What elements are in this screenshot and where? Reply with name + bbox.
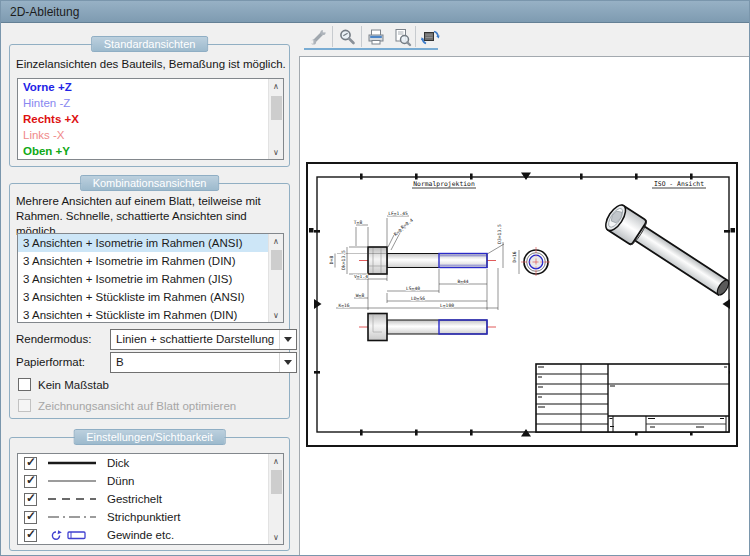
scroll-down-icon[interactable]: ∨ — [269, 308, 283, 322]
kein-massstab-label: Kein Maßstab — [38, 378, 109, 392]
scroll-up-icon[interactable]: ∧ — [269, 234, 283, 248]
list-item[interactable]: 3 Ansichten + Isometrie im Rahmen (DIN) — [18, 252, 283, 270]
kein-massstab-checkbox[interactable] — [18, 378, 31, 391]
scroll-down-icon[interactable]: ∨ — [269, 530, 283, 544]
title-bar: 2D-Ableitung — [1, 1, 749, 23]
printer-icon — [366, 27, 386, 47]
list-item[interactable]: Rechts +X — [18, 111, 283, 127]
group-header: Standardansichten — [91, 36, 209, 52]
dimension-label: LS=40 — [406, 286, 420, 291]
visibility-row: Gestrichelt — [18, 490, 283, 508]
thread-symbols-icon — [46, 529, 98, 541]
scrollbar-thumb[interactable] — [271, 470, 282, 494]
window-title: 2D-Ableitung — [10, 1, 79, 23]
dimension-label: K=16 — [338, 303, 349, 308]
visibility-label: Dünn — [107, 475, 135, 487]
scrollbar-thumb[interactable] — [271, 96, 282, 120]
chevron-down-icon[interactable] — [279, 330, 296, 349]
print-preview-icon — [392, 27, 412, 47]
group-kombinationsansichten: Kombinationsansichten Mehrere Ansichten … — [9, 183, 290, 419]
thick-line-icon — [46, 459, 98, 467]
list-item[interactable]: 3 Ansichten + Stückliste im Rahmen (ANSI… — [18, 288, 283, 306]
wrench-icon — [308, 27, 328, 47]
list-item[interactable]: 3 Ansichten + Stückliste im Rahmen (DIN) — [18, 306, 283, 323]
dimension-label: Dk=13.5 — [341, 250, 346, 270]
rendermodus-label: Rendermodus: — [16, 332, 91, 347]
group-standardansichten: Standardansichten Einzelansichten des Ba… — [9, 44, 290, 167]
rendermodus-combobox[interactable]: Linien + schattierte Darstellung — [110, 329, 297, 350]
dimension-label: D=16 — [512, 251, 517, 262]
group-header: Einstellungen/Sichtbarkeit — [73, 429, 226, 445]
drawing-sheet: Normalprojektion ISO - Ansicht — [306, 162, 738, 447]
group-description: Einzelansichten des Bauteils, Bemaßung i… — [16, 57, 286, 72]
duenn-checkbox[interactable] — [24, 475, 37, 488]
scrollbar[interactable]: ∧ ∨ — [268, 79, 283, 159]
scroll-up-icon[interactable]: ∧ — [269, 454, 283, 468]
refresh-preview-icon — [420, 27, 440, 47]
refresh-preview-button[interactable] — [417, 24, 443, 49]
settings-button[interactable] — [305, 24, 331, 49]
scrollbar-thumb[interactable] — [271, 250, 282, 270]
visibility-row: Dick — [18, 454, 283, 472]
optimieren-checkbox-disabled — [18, 399, 31, 412]
optimieren-label: Zeichnungsansicht auf Blatt optimieren — [38, 399, 236, 413]
dimension-label: V=1.4 — [354, 274, 368, 279]
dashed-line-icon — [46, 495, 98, 503]
dialog-window: 2D-Ableitung Standardansichten Einzelans… — [0, 0, 750, 556]
list-item[interactable]: Links -X — [18, 127, 283, 143]
title-block — [536, 364, 729, 432]
scroll-down-icon[interactable]: ∨ — [269, 145, 283, 159]
dimension-label: D3=13.5 — [497, 224, 502, 244]
dimension-label: W=8 — [356, 293, 365, 298]
scroll-up-icon[interactable]: ∧ — [269, 79, 283, 93]
dimension-label: LF=1.45 — [388, 211, 408, 216]
dick-checkbox[interactable] — [24, 457, 37, 470]
dimension-label: LD=56 — [411, 296, 425, 301]
print-button[interactable] — [363, 24, 389, 49]
visibility-row: Dünn — [18, 472, 283, 490]
projection-view-title: Normalprojektion — [413, 180, 475, 188]
group-header: Kombinationsansichten — [80, 175, 220, 191]
visibility-label: Gewinde etc. — [107, 529, 174, 541]
scrollbar[interactable]: ∧ ∨ — [268, 234, 283, 322]
iso-view-title: ISO - Ansicht — [654, 180, 704, 188]
papierformat-combobox[interactable]: B — [110, 352, 297, 373]
visibility-list: Dick Dünn Gestrichelt Strichpunktiert — [17, 453, 284, 545]
list-item[interactable]: Vorne +Z — [18, 79, 283, 95]
zoom-settings-button[interactable] — [334, 24, 360, 49]
thin-line-icon — [46, 477, 98, 485]
list-item[interactable]: Hinten -Z — [18, 95, 283, 111]
visibility-label: Strichpunktiert — [107, 511, 181, 523]
dashdot-line-icon — [46, 513, 98, 521]
rendermodus-value: Linien + schattierte Darstellung — [116, 330, 274, 349]
drawing-sheet-svg: Normalprojektion ISO - Ansicht — [306, 162, 738, 447]
gewinde-checkbox[interactable] — [24, 529, 37, 542]
list-item-selected[interactable]: 3 Ansichten + Isometrie im Rahmen (ANSI) — [18, 234, 283, 252]
zoom-wrench-icon — [337, 27, 357, 47]
visibility-label: Dick — [107, 457, 129, 469]
list-item[interactable]: 3 Ansichten + Isometrie im Rahmen (JIS) — [18, 270, 283, 288]
group-einstellungen: Einstellungen/Sichtbarkeit Dick Dünn Ges… — [9, 437, 290, 551]
dimension-label: D=8 — [329, 256, 334, 265]
combination-views-list: 3 Ansichten + Isometrie im Rahmen (ANSI)… — [17, 233, 284, 323]
dimension-label: L=100 — [440, 303, 454, 308]
print-preview-button[interactable] — [389, 24, 415, 49]
scrollbar[interactable]: ∧ ∨ — [268, 454, 283, 544]
dimension-label: T=8 — [354, 220, 363, 225]
visibility-label: Gestrichelt — [107, 493, 162, 505]
strichpunktiert-checkbox[interactable] — [24, 511, 37, 524]
standard-views-list: Vorne +Z Hinten -Z Rechts +X Links -X Ob… — [17, 78, 284, 160]
visibility-row: Gewinde etc. — [18, 526, 283, 544]
chevron-down-icon[interactable] — [279, 353, 296, 372]
dimension-label: B=44 — [457, 279, 468, 284]
papierformat-label: Papierformat: — [16, 355, 85, 370]
list-item[interactable]: Oben +Y — [18, 143, 283, 159]
papierformat-value: B — [116, 353, 124, 372]
visibility-row: Strichpunktiert — [18, 508, 283, 526]
gestrichelt-checkbox[interactable] — [24, 493, 37, 506]
